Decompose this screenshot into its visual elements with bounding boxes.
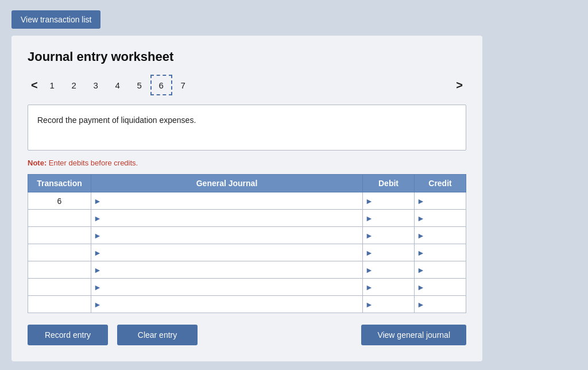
journal-input-4[interactable] (104, 244, 362, 261)
transaction-cell-3 (28, 227, 91, 244)
debit-input-1[interactable] (376, 192, 414, 209)
note-content: Enter debits before credits. (49, 159, 138, 167)
credit-arrow-6: ► (415, 283, 427, 292)
debit-cell-5[interactable]: ► (363, 261, 415, 279)
debit-cell-2[interactable]: ► (363, 210, 415, 227)
credit-cell-5[interactable]: ► (415, 261, 466, 279)
credit-cell-6[interactable]: ► (415, 279, 466, 296)
credit-arrow-5: ► (415, 265, 427, 275)
credit-cell-7[interactable]: ► (415, 296, 466, 313)
transaction-cell-4 (28, 244, 91, 261)
credit-arrow-7: ► (415, 300, 427, 309)
journal-cell-3[interactable]: ► (91, 227, 363, 244)
arrow-icon-6: ► (91, 283, 104, 292)
next-page-button[interactable]: > (452, 76, 466, 94)
credit-arrow-4: ► (415, 248, 427, 257)
col-header-transaction: Transaction (28, 175, 91, 192)
credit-input-4[interactable] (427, 244, 466, 261)
transaction-cell-6 (28, 279, 91, 296)
page-2[interactable]: 2 (63, 75, 85, 95)
debit-cell-1[interactable]: ► (363, 192, 415, 210)
debit-input-7[interactable] (376, 296, 414, 313)
credit-cell-3[interactable]: ► (415, 227, 466, 244)
journal-cell-6[interactable]: ► (91, 279, 363, 296)
transaction-cell-2 (28, 210, 91, 227)
credit-arrow-3: ► (415, 231, 427, 240)
clear-entry-button[interactable]: Clear entry (117, 325, 198, 345)
pagination: < 1 2 3 4 5 6 7 > (28, 75, 466, 95)
table-row: ► ► ► (28, 210, 466, 227)
journal-cell-4[interactable]: ► (91, 244, 363, 261)
table-row: ► ► ► (28, 261, 466, 279)
view-general-journal-button[interactable]: View general journal (361, 325, 466, 345)
record-entry-button[interactable]: Record entry (28, 325, 108, 345)
table-row: ► ► ► (28, 279, 466, 296)
journal-input-1[interactable] (104, 192, 362, 209)
credit-cell-4[interactable]: ► (415, 244, 466, 261)
debit-cell-7[interactable]: ► (363, 296, 415, 313)
buttons-row: Record entry Clear entry View general jo… (28, 325, 466, 345)
page-3[interactable]: 3 (85, 75, 107, 95)
debit-arrow-3: ► (363, 231, 376, 240)
col-header-credit: Credit (415, 175, 466, 192)
debit-input-5[interactable] (376, 261, 414, 278)
debit-arrow-6: ► (363, 283, 376, 292)
table-row: 6 ► ► ► (28, 192, 466, 210)
journal-cell-1[interactable]: ► (91, 192, 363, 210)
debit-input-4[interactable] (376, 244, 414, 261)
debit-input-3[interactable] (376, 227, 414, 244)
transaction-cell-1: 6 (28, 192, 91, 210)
debit-arrow-2: ► (363, 214, 376, 223)
arrow-icon-1: ► (91, 196, 104, 206)
credit-input-2[interactable] (427, 210, 466, 226)
arrow-icon-4: ► (91, 248, 104, 257)
note-label: Note: (28, 159, 47, 167)
debit-cell-4[interactable]: ► (363, 244, 415, 261)
col-header-debit: Debit (363, 175, 415, 192)
page-5[interactable]: 5 (129, 75, 150, 95)
credit-input-3[interactable] (427, 227, 466, 244)
credit-input-1[interactable] (427, 192, 466, 209)
arrow-icon-7: ► (91, 300, 104, 309)
arrow-icon-5: ► (91, 265, 104, 275)
debit-arrow-5: ► (363, 265, 376, 275)
journal-input-2[interactable] (104, 210, 362, 226)
page-4[interactable]: 4 (107, 75, 129, 95)
debit-input-6[interactable] (376, 279, 414, 295)
debit-arrow-4: ► (363, 248, 376, 257)
arrow-icon-2: ► (91, 214, 104, 223)
journal-input-3[interactable] (104, 227, 362, 244)
table-row: ► ► ► (28, 227, 466, 244)
credit-cell-2[interactable]: ► (415, 210, 466, 227)
debit-arrow-1: ► (363, 196, 376, 206)
credit-input-7[interactable] (427, 296, 466, 313)
view-transaction-button[interactable]: View transaction list (11, 10, 100, 29)
credit-arrow-1: ► (415, 196, 427, 206)
worksheet-title: Journal entry worksheet (28, 49, 466, 64)
journal-cell-7[interactable]: ► (91, 296, 363, 313)
credit-cell-1[interactable]: ► (415, 192, 466, 210)
prev-page-button[interactable]: < (28, 76, 41, 94)
col-header-general-journal: General Journal (91, 175, 363, 192)
journal-input-5[interactable] (104, 261, 362, 278)
page-1[interactable]: 1 (41, 75, 63, 95)
description-box: Record the payment of liquidation expens… (28, 105, 466, 151)
journal-cell-2[interactable]: ► (91, 210, 363, 227)
credit-arrow-2: ► (415, 214, 427, 223)
debit-cell-6[interactable]: ► (363, 279, 415, 296)
credit-input-5[interactable] (427, 261, 466, 278)
table-row: ► ► ► (28, 296, 466, 313)
journal-input-7[interactable] (104, 296, 362, 313)
debit-arrow-7: ► (363, 300, 376, 309)
journal-cell-5[interactable]: ► (91, 261, 363, 279)
debit-input-2[interactable] (376, 210, 414, 226)
transaction-cell-7 (28, 296, 91, 313)
debit-cell-3[interactable]: ► (363, 227, 415, 244)
worksheet-container: Journal entry worksheet < 1 2 3 4 5 6 7 … (11, 36, 482, 361)
page-6[interactable]: 6 (150, 75, 172, 95)
transaction-cell-5 (28, 261, 91, 279)
page-7[interactable]: 7 (172, 75, 194, 95)
journal-input-6[interactable] (104, 279, 362, 295)
note: Note: Enter debits before credits. (28, 159, 466, 167)
credit-input-6[interactable] (427, 279, 466, 295)
